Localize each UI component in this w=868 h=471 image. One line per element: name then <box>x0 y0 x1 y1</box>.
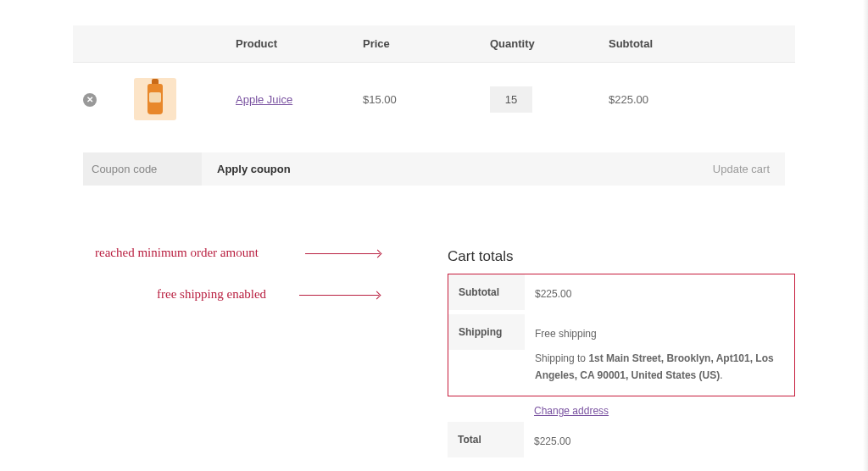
close-icon: ✕ <box>86 96 93 104</box>
product-link[interactable]: Apple Juice <box>236 93 292 106</box>
change-address-link[interactable]: Change address <box>534 405 795 417</box>
shipping-label: Shipping <box>448 314 525 350</box>
col-product: Product <box>225 25 353 63</box>
col-remove <box>73 25 124 63</box>
arrow-annotation-icon <box>305 253 380 254</box>
cart-actions-row: Apply coupon Update cart <box>73 136 795 201</box>
annotation-text: reached minimum order amount <box>95 246 259 259</box>
shipping-row: Shipping Free shipping Shipping to 1st M… <box>448 314 794 396</box>
update-cart-button[interactable]: Update cart <box>698 152 785 186</box>
bottle-icon <box>147 84 163 114</box>
annotation-free-shipping: free shipping enabled <box>157 287 266 302</box>
shipping-to-suffix: . <box>720 369 722 381</box>
item-price: $15.00 <box>353 63 480 137</box>
cart-table: Product Price Quantity Subtotal ✕ <box>73 25 795 201</box>
item-subtotal: $225.00 <box>598 63 795 137</box>
cart-totals-heading: Cart totals <box>448 248 795 265</box>
remove-item-button[interactable]: ✕ <box>83 93 97 107</box>
subtotal-row: Subtotal $225.00 <box>448 274 794 314</box>
product-thumbnail[interactable] <box>134 78 176 120</box>
actions-bar: Apply coupon Update cart <box>83 152 785 186</box>
shipping-method: Free shipping <box>535 326 784 342</box>
coupon-input[interactable] <box>83 152 202 186</box>
arrow-annotation-icon <box>299 295 379 296</box>
shipping-value-cell: Free shipping Shipping to 1st Main Stree… <box>525 314 794 396</box>
apply-coupon-button[interactable]: Apply coupon <box>202 152 306 186</box>
col-price: Price <box>353 25 480 63</box>
subtotal-label: Subtotal <box>448 274 525 310</box>
cart-header-row: Product Price Quantity Subtotal <box>73 25 795 63</box>
cart-totals-box: Subtotal $225.00 Shipping Free shipping … <box>448 274 795 396</box>
col-thumbnail <box>124 25 225 63</box>
total-value: $225.00 <box>524 422 795 462</box>
spacer <box>306 152 698 186</box>
total-label: Total <box>448 422 524 457</box>
subtotal-value: $225.00 <box>525 274 794 314</box>
cart-totals: Cart totals Subtotal $225.00 Shipping Fr… <box>448 248 795 471</box>
cart-item-row: ✕ Apple Juice $15.00 $225.00 <box>73 63 795 137</box>
col-quantity: Quantity <box>480 25 598 63</box>
annotation-text: free shipping enabled <box>157 287 266 301</box>
col-subtotal: Subtotal <box>598 25 795 63</box>
total-row: Total $225.00 <box>448 422 795 462</box>
frame-shadow <box>863 0 868 471</box>
cart-page: Product Price Quantity Subtotal ✕ <box>0 0 868 471</box>
quantity-input[interactable] <box>490 86 532 113</box>
shipping-to-prefix: Shipping to <box>535 352 588 364</box>
annotation-min-order: reached minimum order amount <box>95 246 259 260</box>
shipping-to: Shipping to 1st Main Street, Brooklyn, A… <box>535 351 784 383</box>
